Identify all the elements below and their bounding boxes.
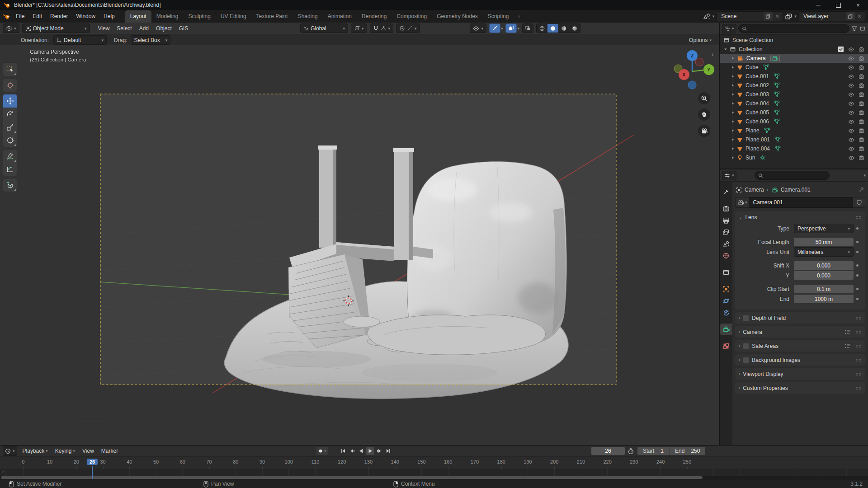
jump-to-prev-keyframe-button[interactable] xyxy=(348,447,356,455)
disclosure-triangle-icon[interactable] xyxy=(731,119,735,124)
timeline-menu-playback[interactable]: Playback ▾ xyxy=(19,446,52,455)
end-frame-field[interactable]: End250 xyxy=(670,447,705,455)
outliner-row-cube-003[interactable]: Cube.003 xyxy=(720,90,868,99)
outliner-row-collection[interactable]: Collection xyxy=(720,45,868,54)
playhead-line[interactable] xyxy=(92,466,93,479)
eye-icon[interactable] xyxy=(848,74,854,79)
eye-icon[interactable] xyxy=(848,119,854,124)
dropdown-type[interactable]: Perspective▾ xyxy=(794,224,854,233)
animate-dot-icon[interactable] xyxy=(854,227,861,230)
jump-to-end-button[interactable] xyxy=(384,447,392,455)
properties-tab-constraints[interactable] xyxy=(720,307,732,318)
scene-name[interactable]: Scene xyxy=(717,13,764,19)
timeline-ruler[interactable]: 26 0102030405060708090100110120130140150… xyxy=(0,457,868,469)
outliner-row-sun[interactable]: Sun xyxy=(720,153,868,162)
panel-grip-icon[interactable] xyxy=(855,358,862,362)
timeline-menu-view[interactable]: View xyxy=(79,446,98,455)
render-visibility-icon[interactable] xyxy=(859,56,864,61)
properties-tab-scene[interactable] xyxy=(720,238,732,249)
presets-list-icon[interactable] xyxy=(845,329,851,334)
xray-toggle[interactable] xyxy=(522,23,533,33)
shading-rendered-button[interactable] xyxy=(569,24,580,33)
panel-grip-icon[interactable] xyxy=(855,216,862,219)
minimize-button[interactable] xyxy=(808,0,828,10)
properties-tab-render[interactable] xyxy=(720,203,732,214)
number-field-y[interactable]: 0.000 xyxy=(794,271,854,280)
scene-selector[interactable]: Scene ✕ xyxy=(716,11,783,21)
viewlayer-name[interactable]: ViewLayer xyxy=(800,13,846,19)
panel-header[interactable]: ›Viewport Display xyxy=(735,368,865,380)
panel-grip-icon[interactable] xyxy=(855,386,862,390)
render-visibility-icon[interactable] xyxy=(859,137,864,142)
zoom-button[interactable] xyxy=(698,92,710,104)
render-visibility-icon[interactable] xyxy=(859,92,864,97)
pin-icon[interactable] xyxy=(859,187,864,193)
tool-add-cube[interactable] xyxy=(3,178,17,192)
viewport-canvas[interactable]: Camera Perspective (26) Collection | Cam… xyxy=(0,45,719,445)
shading-material-button[interactable] xyxy=(558,24,569,33)
id-type-button[interactable]: ▾ xyxy=(735,197,750,208)
animate-dot-icon[interactable] xyxy=(854,264,861,267)
panel-grip-icon[interactable] xyxy=(855,372,862,376)
chevron-down-icon[interactable]: ▾ xyxy=(712,14,715,19)
panel-header[interactable]: ›Safe Areas xyxy=(735,340,865,352)
eye-icon[interactable] xyxy=(848,146,854,151)
render-visibility-icon[interactable] xyxy=(859,101,864,106)
timeline-menu-keying[interactable]: Keying ▾ xyxy=(52,446,79,455)
show-gizmo-toggle[interactable] xyxy=(489,23,500,33)
menu-edit[interactable]: Edit xyxy=(28,11,46,21)
disclosure-triangle-icon[interactable] xyxy=(731,74,735,79)
panel-header[interactable]: ›Depth of Field xyxy=(735,312,865,324)
scene-icon[interactable] xyxy=(703,13,711,20)
viewlayer-icon[interactable] xyxy=(785,13,793,20)
current-frame-field[interactable]: 26 xyxy=(591,447,625,455)
outliner-display-mode[interactable]: ▾ xyxy=(722,24,736,33)
tool-measure[interactable] xyxy=(3,163,17,176)
gizmo-axis-neg-y[interactable] xyxy=(695,58,703,66)
workspace-tab-modeling[interactable]: Modeling xyxy=(151,10,184,23)
properties-tab-data[interactable] xyxy=(720,324,732,335)
chevron-down-icon[interactable]: ▾ xyxy=(517,26,519,31)
properties-tab-texture[interactable] xyxy=(720,340,732,352)
unlink-scene-icon[interactable]: ✕ xyxy=(773,13,782,19)
maximize-button[interactable] xyxy=(828,0,848,10)
play-reverse-button[interactable] xyxy=(357,447,365,455)
options-dropdown[interactable]: Options ▾ xyxy=(689,37,712,43)
jump-to-next-keyframe-button[interactable] xyxy=(375,447,383,455)
gizmo-axis-neg-z[interactable] xyxy=(688,81,696,89)
tool-scale[interactable] xyxy=(3,121,17,134)
panel-grip-icon[interactable] xyxy=(855,330,862,334)
panel-viewport-display[interactable]: ›Viewport Display xyxy=(735,368,865,380)
disclosure-triangle-icon[interactable] xyxy=(731,137,735,142)
render-visibility-icon[interactable] xyxy=(859,146,864,151)
disclosure-triangle-icon[interactable] xyxy=(731,155,735,160)
new-viewlayer-icon[interactable] xyxy=(846,12,855,20)
panel-header[interactable]: ›Camera xyxy=(735,326,865,338)
workspace-tab-+[interactable]: + xyxy=(514,10,524,23)
render-visibility-icon[interactable] xyxy=(859,74,864,79)
filter-funnel-icon[interactable] xyxy=(851,25,858,32)
render-visibility-icon[interactable] xyxy=(859,155,864,160)
orientation-dropdown[interactable]: Global ▾ xyxy=(300,23,348,33)
eye-icon[interactable] xyxy=(848,92,854,97)
panel-depth-of-field[interactable]: ›Depth of Field xyxy=(735,312,865,324)
workspace-tab-geometry-nodes[interactable]: Geometry Nodes xyxy=(432,10,483,23)
auto-keying-button[interactable]: ▾ xyxy=(316,447,328,455)
panel-safe-areas[interactable]: ›Safe Areas xyxy=(735,340,865,352)
show-overlays-toggle[interactable] xyxy=(505,23,517,33)
properties-tab-physics[interactable] xyxy=(720,295,732,306)
pivot-dropdown[interactable]: ▾ xyxy=(351,23,367,33)
presets-list-icon[interactable] xyxy=(845,343,851,348)
viewport-menu-view[interactable]: View xyxy=(94,24,113,33)
proportional-edit-group[interactable]: ▾ xyxy=(396,23,420,33)
eye-icon[interactable] xyxy=(848,56,854,61)
workspace-tab-animation[interactable]: Animation xyxy=(323,10,357,23)
fake-user-shield-icon[interactable] xyxy=(853,197,865,208)
panel-grip-icon[interactable] xyxy=(855,344,862,348)
eye-icon[interactable] xyxy=(848,155,854,160)
viewlayer-selector[interactable]: ViewLayer ✕ xyxy=(798,11,865,21)
outliner-search[interactable] xyxy=(738,24,849,33)
channel-disclosure-icon[interactable]: › xyxy=(2,469,4,474)
menu-render[interactable]: Render xyxy=(46,11,72,21)
disclosure-triangle-icon[interactable] xyxy=(731,128,735,133)
